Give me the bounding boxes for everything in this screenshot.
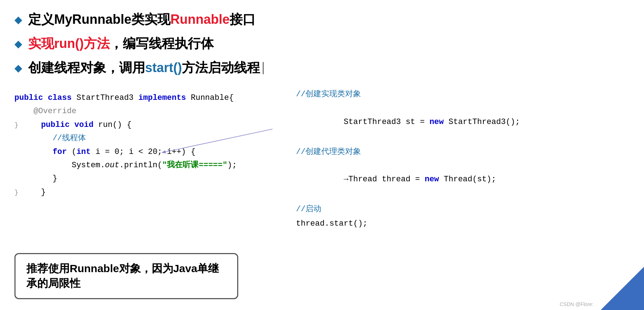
bullet-item-3: ◆ 创建线程对象，调用start()方法启动线程 xyxy=(14,59,630,77)
ann-start-comment: //启动 xyxy=(296,203,630,216)
code-line-4: //线程体 xyxy=(14,132,267,145)
code-line-2: @Override xyxy=(14,105,267,118)
code-line-8: } } xyxy=(14,186,267,199)
diamond-icon-1: ◆ xyxy=(14,14,22,26)
bullet-item-2: ◆ 实现run()方法，编写线程执行体 xyxy=(14,35,630,53)
code-line-1: public class StartThread3 implements Run… xyxy=(14,91,267,105)
ann-block-3: //启动 thread.start(); xyxy=(296,203,630,230)
bullet-text-1: 定义MyRunnable类实现Runnable接口 xyxy=(28,11,256,28)
highlight-start-method: start() xyxy=(145,60,182,75)
code-line-3: } public void run() { xyxy=(14,118,267,132)
text-cursor xyxy=(263,62,264,74)
ann-block-1: //创建实现类对象 StartThread3 st = new StartThr… xyxy=(296,88,630,142)
code-line-6: System.out.println("我在听课====="); xyxy=(14,159,267,172)
code-text: public class StartThread3 implements Run… xyxy=(14,91,234,105)
code-line-5: for (int i = 0; i < 20; i++) { xyxy=(14,145,267,159)
ann-create-proxy-comment: //创建代理类对象 xyxy=(296,145,630,159)
highlight-runnable: Runnable xyxy=(170,12,230,27)
code-section: public class StartThread3 implements Run… xyxy=(14,88,267,232)
ann-block-2: //创建代理类对象 →Thread thread = new Thread(st… xyxy=(296,145,630,200)
bullet-item-1: ◆ 定义MyRunnable类实现Runnable接口 xyxy=(14,11,630,28)
ann-create-impl-code: StartThread3 st = new StartThread3(); xyxy=(296,102,630,142)
main-container: ◆ 定义MyRunnable类实现Runnable接口 ◆ 实现run()方法，… xyxy=(0,0,644,310)
recommendation-box: 推荐使用Runnable对象，因为Java单继承的局限性 xyxy=(14,253,238,299)
annotation-section: //创建实现类对象 StartThread3 st = new StartThr… xyxy=(267,88,630,232)
ann-create-proxy-code: →Thread thread = new Thread(st); xyxy=(296,159,630,200)
code-line-7: } xyxy=(14,172,267,185)
bullets-section: ◆ 定义MyRunnable类实现Runnable接口 ◆ 实现run()方法，… xyxy=(14,11,630,77)
ann-start-code: thread.start(); xyxy=(296,217,630,230)
ann-create-impl-comment: //创建实现类对象 xyxy=(296,88,630,101)
diamond-icon-2: ◆ xyxy=(14,38,22,50)
blue-triangle-decoration xyxy=(601,267,644,310)
diamond-icon-3: ◆ xyxy=(14,62,22,74)
recommendation-text: 推荐使用Runnable对象，因为Java单继承的局限性 xyxy=(26,262,219,289)
content-area: public class StartThread3 implements Run… xyxy=(14,88,630,232)
watermark: CSDN @Flore: xyxy=(560,301,593,307)
bullet-text-3: 创建线程对象，调用start()方法启动线程 xyxy=(28,59,260,77)
highlight-run-method: 实现run()方法 xyxy=(28,36,110,51)
bullet-text-2: 实现run()方法，编写线程执行体 xyxy=(28,35,214,53)
